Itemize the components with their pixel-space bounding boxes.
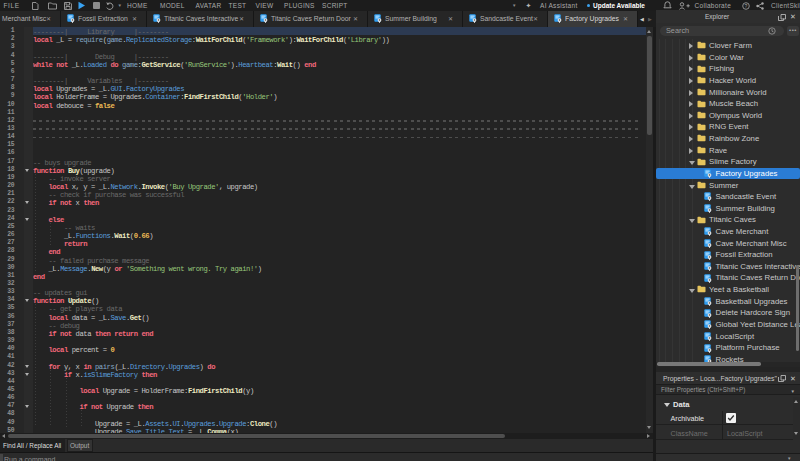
svg-text:?: ?	[745, 2, 748, 8]
